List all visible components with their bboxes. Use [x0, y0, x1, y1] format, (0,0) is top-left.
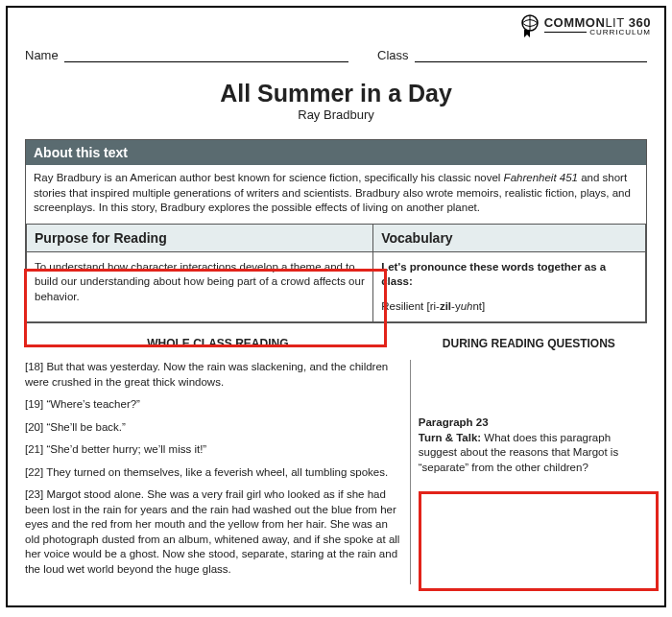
purpose-body: To understand how character interactions… [27, 251, 373, 322]
question-title: Paragraph 23 [419, 415, 647, 431]
brand-logo: COMMONLIT 360 CURRICULUM [516, 13, 651, 38]
para-20: [20] “She’ll be back.” [25, 420, 402, 436]
purpose-vocab-table: Purpose for Reading Vocabulary To unders… [26, 224, 646, 323]
brand-sub: CURRICULUM [589, 29, 651, 36]
during-reading-heading: DURING READING QUESTIONS [411, 337, 647, 350]
class-input-line[interactable] [415, 49, 647, 62]
para-23: [23] Margot stood alone. She was a very … [25, 487, 402, 577]
section-headings: WHOLE CLASS READING DURING READING QUEST… [25, 337, 647, 350]
about-body: Ray Bradbury is an American author best … [26, 165, 646, 224]
vocab-lead: Let's pronounce these words together as … [381, 260, 637, 290]
purpose-heading: Purpose for Reading [27, 224, 373, 251]
vocab-body: Let's pronounce these words together as … [373, 251, 646, 322]
about-text-a: Ray Bradbury is an American author best … [34, 172, 504, 183]
para-21: [21] “She’d better hurry; we’ll miss it!… [25, 442, 402, 458]
story-author: Ray Bradbury [25, 107, 647, 122]
vocab-heading: Vocabulary [373, 224, 646, 251]
name-input-line[interactable] [64, 49, 348, 62]
class-label: Class [377, 48, 409, 62]
question-lead: Turn & Talk: [419, 432, 481, 443]
para-19: [19] “Where’s teacher?” [25, 397, 402, 413]
whole-class-heading: WHOLE CLASS READING [25, 337, 411, 350]
questions-column: Paragraph 23 Turn & Talk: What does this… [411, 360, 647, 584]
worksheet-page: COMMONLIT 360 CURRICULUM Name Class All … [6, 6, 666, 607]
about-text-em: Fahrenheit 451 [504, 172, 578, 183]
about-box: About this text Ray Bradbury is an Ameri… [25, 139, 647, 323]
question-body: Turn & Talk: What does this paragraph su… [419, 431, 647, 476]
vocab-word: Resilient [ri-zil-yuhnt] [381, 299, 637, 315]
para-22: [22] They turned on themselves, like a f… [25, 465, 402, 481]
globe-ribbon-icon [516, 13, 540, 38]
name-class-row: Name Class [25, 48, 647, 62]
about-header: About this text [26, 140, 646, 165]
reading-area: [18] But that was yesterday. Now the rai… [25, 360, 647, 584]
passage-column: [18] But that was yesterday. Now the rai… [25, 360, 411, 584]
para-18: [18] But that was yesterday. Now the rai… [25, 360, 402, 390]
question-block-23: Paragraph 23 Turn & Talk: What does this… [419, 415, 647, 475]
name-label: Name [25, 48, 59, 62]
story-title: All Summer in a Day [25, 80, 647, 107]
